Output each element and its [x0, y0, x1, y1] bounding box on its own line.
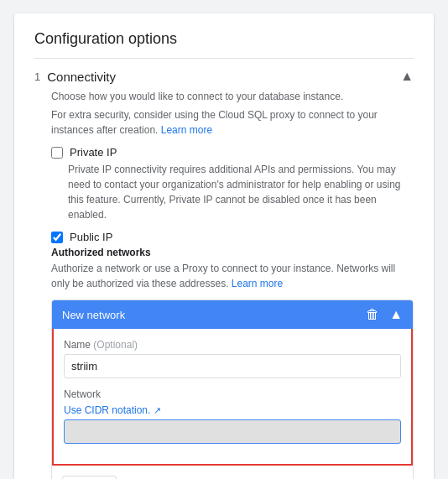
cidr-link[interactable]: Use CIDR notation. [64, 404, 150, 416]
done-button[interactable]: Done [62, 476, 117, 479]
actions-row: Done Cancel [52, 476, 413, 479]
page-title: Configuration options [34, 30, 414, 48]
configuration-card: Configuration options 1 Connectivity ▲ C… [14, 13, 434, 479]
name-label: Name (Optional) [64, 339, 401, 351]
collapse-icon[interactable]: ▲ [389, 307, 403, 322]
private-ip-checkbox[interactable] [51, 147, 63, 159]
delete-icon[interactable]: 🗑 [366, 307, 379, 322]
new-network-body: Name (Optional) Network Use CIDR notatio… [52, 329, 413, 466]
auth-networks-desc-text: Authorize a network or use a Proxy to co… [51, 263, 395, 289]
public-ip-row: Public IP [51, 231, 414, 243]
private-ip-desc: Private IP connectivity requires additio… [68, 162, 414, 222]
auth-networks-title: Authorized networks [51, 247, 414, 258]
section-desc-2-text: For extra security, consider using the C… [51, 109, 378, 136]
learn-more-link-2[interactable]: Learn more [232, 278, 283, 289]
name-optional-text: (Optional) [93, 339, 138, 351]
learn-more-link-1[interactable]: Learn more [161, 124, 212, 136]
private-ip-label[interactable]: Private IP [70, 146, 117, 159]
section-desc-2: For extra security, consider using the C… [51, 107, 414, 138]
section-number: 1 [34, 70, 40, 83]
public-ip-checkbox[interactable] [51, 232, 63, 243]
divider [34, 58, 414, 59]
section-header-left: 1 Connectivity [34, 70, 116, 84]
auth-networks-desc: Authorize a network or use a Proxy to co… [51, 261, 414, 291]
name-label-text: Name [64, 339, 91, 351]
section-header: 1 Connectivity ▲ [34, 69, 414, 84]
new-network-box: New network 🗑 ▲ Name (Optional) Network [51, 299, 414, 479]
private-ip-row: Private IP [51, 146, 414, 159]
external-link-icon: ↗ [154, 405, 161, 415]
chevron-up-icon[interactable]: ▲ [400, 69, 414, 84]
new-network-title: New network [62, 309, 125, 321]
network-label-text: Network [64, 388, 101, 400]
new-network-header-icons: 🗑 ▲ [366, 307, 403, 322]
section-desc-1: Choose how you would like to connect to … [51, 89, 414, 104]
name-field-group: Name (Optional) [64, 339, 401, 378]
public-ip-label[interactable]: Public IP [70, 231, 112, 243]
new-network-header: New network 🗑 ▲ [52, 300, 413, 329]
name-input[interactable] [64, 354, 401, 378]
network-label: Network [64, 388, 401, 400]
cidr-row: Use CIDR notation. ↗ [64, 404, 401, 416]
network-field-group: Network Use CIDR notation. ↗ [64, 388, 401, 444]
section-title: Connectivity [47, 70, 116, 84]
network-input[interactable] [64, 419, 401, 444]
